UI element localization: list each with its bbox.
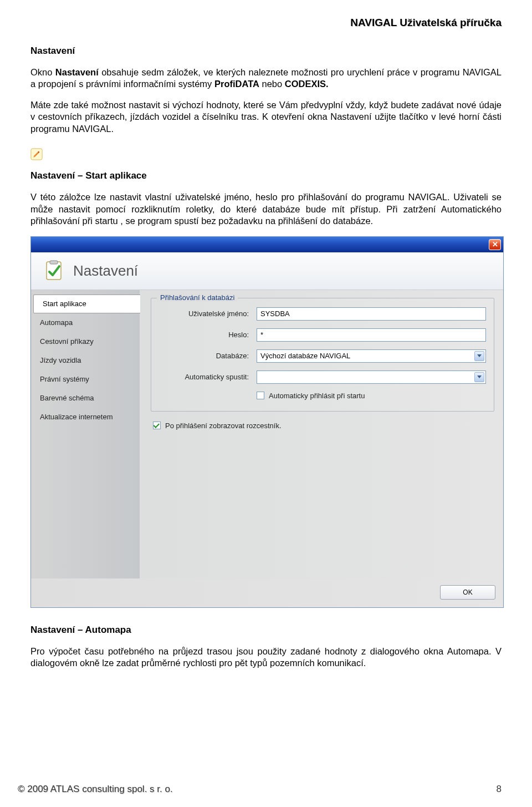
- tab-aktualizace-internetem[interactable]: Aktualizace internetem: [31, 408, 140, 427]
- label-autorun: Automaticky spustit:: [159, 373, 257, 381]
- tab-jizdy-vozidla[interactable]: Jízdy vozidla: [31, 351, 140, 370]
- chevron-down-icon[interactable]: [474, 372, 484, 382]
- database-select[interactable]: Výchozí databáze NAVIGAL: [257, 349, 486, 363]
- bold: CODEXIS.: [285, 79, 329, 89]
- login-group: Přihlašování k databázi Uživatelské jmén…: [151, 298, 494, 412]
- tab-pravni-systemy[interactable]: Právní systémy: [31, 370, 140, 389]
- signpost-label: Po přihlášení zobrazovat rozcestník.: [165, 422, 282, 430]
- paragraph: Pro výpočet času potřebného na průjezd t…: [30, 646, 502, 669]
- label-username: Uživatelské jméno:: [159, 309, 257, 318]
- page-number: 8: [497, 784, 502, 795]
- database-value: Výchozí databáze NAVIGAL: [260, 352, 474, 360]
- password-input[interactable]: [257, 328, 486, 342]
- label-database: Databáze:: [159, 352, 257, 360]
- tab-automapa[interactable]: Automapa: [31, 313, 140, 332]
- dialog-title: Nastavení: [73, 262, 138, 280]
- bold: Nastavení: [55, 67, 99, 77]
- chevron-down-icon[interactable]: [474, 351, 484, 361]
- footer-copyright: © 2009 ATLAS consulting spol. s r. o.: [18, 784, 173, 795]
- section-title-start: Nastavení – Start aplikace: [30, 170, 502, 181]
- tab-barevne-schema[interactable]: Barevné schéma: [31, 389, 140, 408]
- settings-dialog: ✕ Nastavení Start aplikace Automapa Cest…: [30, 236, 504, 608]
- titlebar: ✕: [31, 237, 503, 252]
- tab-start-aplikace[interactable]: Start aplikace: [33, 295, 140, 313]
- doc-header: NAVIGAL Uživatelská příručka: [30, 17, 502, 29]
- dialog-header: Nastavení: [31, 252, 503, 290]
- clipboard-check-icon: [43, 260, 65, 282]
- close-icon[interactable]: ✕: [489, 239, 501, 250]
- autologin-checkbox[interactable]: [257, 392, 264, 399]
- paragraph: Okno Nastavení obsahuje sedm záložek, ve…: [30, 67, 502, 90]
- label-password: Heslo:: [159, 331, 257, 339]
- autorun-select[interactable]: [257, 370, 486, 384]
- bold: ProfiDATA: [214, 79, 259, 89]
- paragraph: Máte zde také možnost nastavit si výchoz…: [30, 99, 502, 135]
- text: Okno: [30, 67, 55, 77]
- ok-button[interactable]: OK: [440, 585, 495, 600]
- svg-rect-2: [50, 261, 58, 264]
- page-footer: © 2009 ATLAS consulting spol. s r. o. 8: [18, 784, 502, 795]
- group-legend: Přihlašování k databázi: [157, 293, 238, 302]
- section-title-automapa: Nastavení – Automapa: [30, 625, 502, 636]
- paragraph: V této záložce lze nastavit vlastní uživ…: [30, 191, 502, 227]
- tabs-sidebar: Start aplikace Automapa Cestovní příkazy…: [31, 290, 140, 578]
- svg-rect-1: [47, 262, 61, 280]
- autologin-label: Automaticky přihlásit při startu: [269, 392, 365, 400]
- section-title-settings: Nastavení: [30, 45, 502, 57]
- username-input[interactable]: [257, 307, 486, 321]
- signpost-checkbox[interactable]: [153, 422, 161, 429]
- text: nebo: [259, 79, 285, 89]
- settings-pencil-icon: [30, 148, 43, 160]
- tab-cestovni-prikazy[interactable]: Cestovní příkazy: [31, 332, 140, 351]
